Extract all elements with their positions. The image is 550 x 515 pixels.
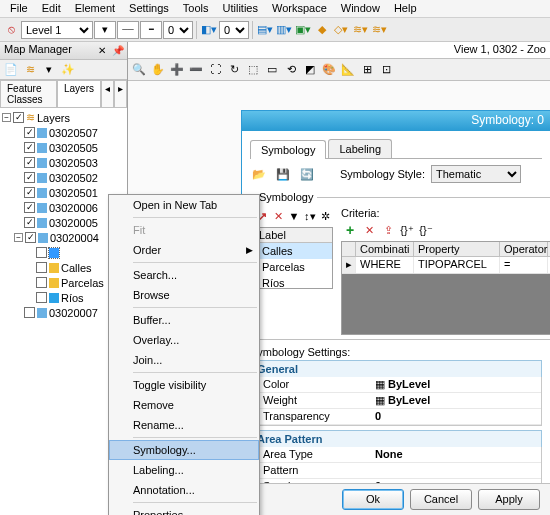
menu-help[interactable]: Help — [388, 2, 423, 15]
checkbox[interactable]: ✓ — [24, 172, 35, 183]
filter-icon[interactable]: ▼ — [287, 207, 302, 225]
apply-button[interactable]: Apply — [478, 489, 540, 510]
tab-layers[interactable]: Layers — [57, 80, 101, 107]
view-icon-5[interactable]: ⊡ — [377, 61, 395, 79]
ctx-buffer[interactable]: Buffer... — [109, 310, 259, 330]
sheet2-icon[interactable]: ▥▾ — [275, 21, 293, 39]
tab-symbology[interactable]: Symbology — [250, 140, 326, 159]
ctx-remove[interactable]: Remove — [109, 395, 259, 415]
sheet-icon[interactable]: ▤▾ — [256, 21, 274, 39]
layer-item[interactable]: 03020503 — [49, 157, 98, 169]
none-icon[interactable]: ⦸ — [2, 21, 20, 39]
layers-icon[interactable]: ≋▾ — [351, 21, 369, 39]
tab-feature-classes[interactable]: Feature Classes — [0, 80, 57, 107]
action3-icon[interactable]: ◇▾ — [332, 21, 350, 39]
checkbox[interactable] — [36, 277, 47, 288]
checkbox[interactable]: ✓ — [24, 202, 35, 213]
layers-tb-icon[interactable]: ≋ — [21, 61, 39, 79]
menu-edit[interactable]: Edit — [36, 2, 67, 15]
ctx-overlay[interactable]: Overlay... — [109, 330, 259, 350]
table-row[interactable]: ▸ WHERE TIPOPARCEL = 1 — [342, 257, 550, 274]
list-item[interactable]: Parcelas — [256, 259, 332, 275]
checkbox[interactable]: ✓ — [24, 142, 35, 153]
rotate-icon[interactable]: ↻ — [225, 61, 243, 79]
sublayer[interactable]: Parcelas — [61, 277, 104, 289]
criteria-grid[interactable]: Combinati Property Operator Valu ▸ WHERE… — [341, 241, 550, 335]
panel-close-icon[interactable]: ✕ — [95, 43, 109, 57]
zoom-in-icon[interactable]: ➕ — [168, 61, 186, 79]
refresh-icon[interactable]: 🔄 — [298, 165, 316, 183]
collapse-icon[interactable]: − — [2, 113, 11, 122]
panel-pin-icon[interactable]: 📌 — [111, 43, 125, 57]
delete-icon[interactable]: ✕ — [271, 207, 286, 225]
layer-item[interactable]: 03020502 — [49, 172, 98, 184]
checkbox[interactable]: ✓ — [24, 157, 35, 168]
list-item[interactable]: Calles — [256, 243, 332, 259]
sort-icon[interactable]: ↕▾ — [302, 207, 317, 225]
style-select[interactable]: Thematic — [431, 165, 521, 183]
checkbox[interactable]: ✓ — [24, 187, 35, 198]
ctx-join[interactable]: Join... — [109, 350, 259, 370]
delete-crit-icon[interactable]: ✕ — [360, 221, 378, 239]
ctx-properties[interactable]: Properties — [109, 505, 259, 515]
checkbox[interactable]: ✓ — [24, 127, 35, 138]
add-icon[interactable]: + — [341, 221, 359, 239]
zoom-icon[interactable]: 🔍 — [130, 61, 148, 79]
open-icon[interactable]: 📂 — [250, 165, 268, 183]
view-icon-3[interactable]: 📐 — [339, 61, 357, 79]
menu-settings[interactable]: Settings — [123, 2, 175, 15]
checkbox[interactable]: ✓ — [25, 232, 36, 243]
3d-icon[interactable]: ⬚ — [244, 61, 262, 79]
checkbox[interactable] — [24, 307, 35, 318]
area-header[interactable]: Area Pattern — [250, 430, 542, 447]
drop-icon[interactable]: ▾ — [40, 61, 58, 79]
layer-item[interactable]: 03020507 — [49, 127, 98, 139]
braces2-icon[interactable]: {}⁻ — [417, 221, 435, 239]
layer-item[interactable]: 03020505 — [49, 142, 98, 154]
arrow-up-icon[interactable]: ⇪ — [379, 221, 397, 239]
layer-item[interactable]: 03020004 — [50, 232, 99, 244]
ref-icon[interactable]: ⟲ — [282, 61, 300, 79]
color-box-1[interactable]: ▾ — [94, 21, 116, 39]
gear1-icon[interactable]: ✲ — [318, 207, 333, 225]
tab-labeling[interactable]: Labeling — [328, 139, 392, 158]
layer-item[interactable]: 03020501 — [49, 187, 98, 199]
zoom-out-icon[interactable]: ➖ — [187, 61, 205, 79]
linestyle-box[interactable]: ── — [117, 21, 139, 39]
new-icon[interactable]: 📄 — [2, 61, 20, 79]
select-icon[interactable]: ▭ — [263, 61, 281, 79]
ok-button[interactable]: Ok — [342, 489, 404, 510]
ctx-symbology[interactable]: Symbology... — [109, 440, 259, 460]
save-icon[interactable]: 💾 — [274, 165, 292, 183]
checkbox[interactable]: ✓ — [24, 217, 35, 228]
menu-element[interactable]: Element — [69, 2, 121, 15]
layer-item[interactable]: 03020007 — [49, 307, 98, 319]
weight-box[interactable]: ━ — [140, 21, 162, 39]
pan-icon[interactable]: ✋ — [149, 61, 167, 79]
tab-scroll-right[interactable]: ▸ — [114, 80, 127, 107]
braces1-icon[interactable]: {}⁺ — [398, 221, 416, 239]
tab-scroll-left[interactable]: ◂ — [101, 80, 114, 107]
ctx-browse[interactable]: Browse — [109, 285, 259, 305]
wand-icon[interactable]: ✨ — [59, 61, 77, 79]
view-icon-2[interactable]: 🎨 — [320, 61, 338, 79]
level-icon[interactable]: ◧▾ — [200, 21, 218, 39]
ctx-labeling[interactable]: Labeling... — [109, 460, 259, 480]
list-item[interactable]: Ríos — [256, 275, 332, 291]
view-icon-4[interactable]: ⊞ — [358, 61, 376, 79]
checkbox[interactable]: ✓ — [13, 112, 24, 123]
checkbox[interactable] — [36, 262, 47, 273]
menu-window[interactable]: Window — [335, 2, 386, 15]
action1-icon[interactable]: ▣▾ — [294, 21, 312, 39]
num-select-2[interactable]: 0 — [219, 21, 249, 39]
fit-icon[interactable]: ⛶ — [206, 61, 224, 79]
general-header[interactable]: General — [250, 360, 542, 377]
ctx-search[interactable]: Search... — [109, 265, 259, 285]
ctx-rename[interactable]: Rename... — [109, 415, 259, 435]
menu-workspace[interactable]: Workspace — [266, 2, 333, 15]
menu-file[interactable]: File — [4, 2, 34, 15]
sublayer[interactable]: Calles — [61, 262, 92, 274]
layer-item[interactable]: 03020006 — [49, 202, 98, 214]
ctx-annotation[interactable]: Annotation... — [109, 480, 259, 500]
ctx-order[interactable]: Order▶ — [109, 240, 259, 260]
